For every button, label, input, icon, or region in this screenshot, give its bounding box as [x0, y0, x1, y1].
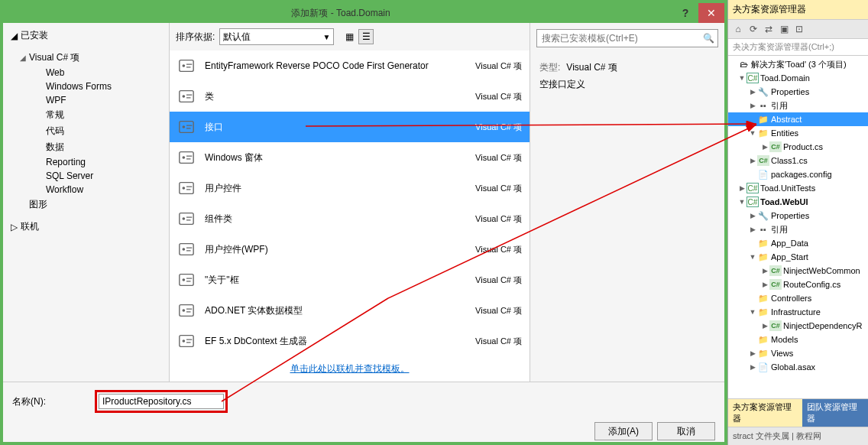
expand-icon[interactable]: ▶: [748, 102, 757, 109]
expand-icon[interactable]: ▶: [748, 226, 757, 233]
tree-node[interactable]: 📄packages.config: [728, 167, 868, 181]
tree-node[interactable]: ▶▪▪引用: [728, 222, 868, 236]
online-search-link[interactable]: 单击此处以联机并查找模板。: [170, 356, 530, 382]
template-item[interactable]: EF 5.x DbContext 生成器 Visual C# 项: [170, 326, 530, 356]
csharp-items-node[interactable]: ◢ Visual C# 项: [15, 50, 169, 66]
category-item[interactable]: 数据: [29, 139, 169, 155]
add-button[interactable]: 添加(A): [594, 422, 653, 440]
close-button[interactable]: ✕: [698, 3, 724, 23]
graphics-node[interactable]: 图形: [15, 197, 169, 213]
category-item[interactable]: WPF: [29, 93, 169, 107]
search-icon[interactable]: 🔍: [699, 33, 717, 44]
view-small-icon[interactable]: ▦: [342, 29, 357, 44]
tree-node[interactable]: ▶▪▪引用: [728, 99, 868, 112]
tree-node[interactable]: ▼C#Toad.Domain: [728, 71, 868, 85]
expand-icon[interactable]: ▶: [760, 281, 769, 288]
category-item[interactable]: 常规: [29, 107, 169, 123]
solution-node[interactable]: 🗁 解决方案'Toad' (3 个项目): [728, 57, 868, 71]
template-item[interactable]: 用户控件(WPF) Visual C# 项: [170, 234, 530, 265]
add-new-item-dialog: 添加新项 - Toad.Domain ? ✕ ◢ 已安装 ◢ Visual C#…: [0, 0, 727, 445]
name-input[interactable]: [99, 394, 224, 409]
cancel-button[interactable]: 取消: [657, 422, 715, 440]
node-label: Models: [771, 335, 798, 344]
template-item[interactable]: 组件类 Visual C# 项: [170, 203, 530, 234]
expand-icon[interactable]: ▶: [748, 212, 757, 219]
category-item[interactable]: 代码: [29, 123, 169, 139]
category-item[interactable]: Workflow: [29, 183, 169, 197]
tree-node[interactable]: 📁Abstract: [728, 112, 868, 126]
home-icon[interactable]: ⌂: [731, 22, 745, 36]
folder-icon: 📁: [757, 334, 769, 345]
tree-node[interactable]: ▶C#NinjectWebCommon: [728, 264, 868, 278]
tree-node[interactable]: ▶📄Global.asax: [728, 360, 868, 374]
expand-icon[interactable]: ▶: [748, 157, 757, 164]
template-item[interactable]: 接口 Visual C# 项: [170, 112, 530, 142]
tree-node[interactable]: ▼📁Entities: [728, 126, 868, 140]
expand-icon[interactable]: ▶: [760, 322, 769, 330]
node-label: packages.config: [771, 170, 832, 179]
tree-node[interactable]: ▼📁Infrastructure: [728, 305, 868, 319]
bottom-area: 名称(N): 添加(A) 取消: [3, 382, 724, 445]
refresh-icon[interactable]: ⟳: [747, 22, 760, 36]
collapse-icon[interactable]: ▣: [777, 22, 791, 36]
tree-node[interactable]: ▶C#Class1.cs: [728, 154, 868, 167]
category-item[interactable]: Windows Forms: [29, 80, 169, 93]
tree-node[interactable]: 📁Controllers: [728, 291, 868, 305]
template-name: 用户控件: [205, 182, 466, 195]
expand-icon[interactable]: ▼: [748, 253, 757, 261]
sync-icon[interactable]: ⇄: [762, 22, 776, 36]
sln-tree[interactable]: 🗁 解决方案'Toad' (3 个项目) ▼C#Toad.Domain▶🔧Pro…: [728, 56, 868, 398]
template-item[interactable]: "关于"框 Visual C# 项: [170, 265, 530, 295]
chevron-down-icon: ▼: [322, 33, 330, 41]
tree-node[interactable]: ▶🔧Properties: [728, 209, 868, 222]
expand-icon[interactable]: ▶: [760, 143, 769, 151]
properties-icon[interactable]: ⊡: [792, 22, 806, 36]
category-item[interactable]: Reporting: [29, 155, 169, 169]
help-button[interactable]: ?: [672, 3, 698, 23]
search-input[interactable]: [537, 30, 699, 47]
expand-icon[interactable]: ▶: [748, 88, 757, 96]
tree-node[interactable]: ▶C#NinjectDependencyR: [728, 319, 868, 333]
tree-node[interactable]: 📁App_Data: [728, 236, 868, 250]
expand-icon[interactable]: ▶: [748, 363, 757, 371]
tree-node[interactable]: ▶C#Toad.UnitTests: [728, 181, 868, 195]
expand-icon[interactable]: ▶: [748, 349, 757, 357]
tree-node[interactable]: ▶📁Views: [728, 346, 868, 360]
project-icon: C#: [747, 197, 759, 207]
template-item[interactable]: Windows 窗体 Visual C# 项: [170, 142, 530, 173]
tree-node[interactable]: 📁Models: [728, 333, 868, 346]
search-box[interactable]: 🔍: [536, 29, 718, 47]
name-label: 名称(N):: [12, 395, 89, 408]
template-name: ADO.NET 实体数据模型: [205, 304, 466, 317]
node-label: Controllers: [771, 294, 811, 303]
expand-icon[interactable]: ▼: [737, 198, 747, 206]
svg-point-19: [183, 339, 186, 343]
tree-node[interactable]: ▶🔧Properties: [728, 85, 868, 99]
template-list[interactable]: EntityFramework Reverse POCO Code First …: [170, 50, 530, 356]
template-item[interactable]: 用户控件 Visual C# 项: [170, 173, 530, 203]
tab-team-explorer[interactable]: 团队资源管理器: [802, 399, 868, 427]
sln-search[interactable]: 夬决方案资源管理器(Ctrl+;): [728, 39, 868, 56]
sort-dropdown[interactable]: 默认值 ▼: [219, 28, 334, 45]
expand-icon[interactable]: ▶: [760, 267, 769, 274]
expand-icon[interactable]: ▶: [737, 184, 747, 192]
template-item[interactable]: EntityFramework Reverse POCO Code First …: [170, 50, 530, 81]
online-header[interactable]: ▷ 联机: [3, 214, 169, 239]
chevron-down-icon: ◢: [11, 31, 18, 41]
category-item[interactable]: SQL Server: [29, 169, 169, 183]
template-item[interactable]: ADO.NET 实体数据模型 Visual C# 项: [170, 295, 530, 326]
tree-node[interactable]: ▶C#RouteConfig.cs: [728, 278, 868, 291]
expand-icon[interactable]: ▼: [748, 129, 757, 137]
view-list-icon[interactable]: ☰: [358, 29, 374, 44]
tree-node[interactable]: ▼📁App_Start: [728, 250, 868, 264]
solution-explorer: 夬方案资源管理器 ⌂ ⟳ ⇄ ▣ ⊡ 夬决方案资源管理器(Ctrl+;) 🗁 解…: [727, 0, 868, 445]
template-name: 类: [205, 90, 466, 103]
tab-solution-explorer[interactable]: 夬方案资源管理器: [728, 399, 802, 427]
category-item[interactable]: Web: [29, 66, 169, 80]
template-item[interactable]: 类 Visual C# 项: [170, 81, 530, 112]
tree-node[interactable]: ▼C#Toad.WebUI: [728, 195, 868, 209]
expand-icon[interactable]: ▼: [737, 74, 747, 82]
expand-icon[interactable]: ▼: [748, 308, 757, 316]
tree-node[interactable]: ▶C#Product.cs: [728, 140, 868, 154]
installed-header[interactable]: ◢ 已安装: [3, 23, 169, 48]
